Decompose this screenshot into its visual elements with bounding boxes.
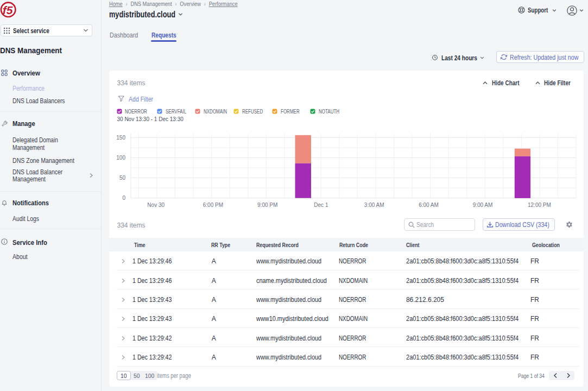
svg-text:Nov 30: Nov 30 [147, 202, 165, 208]
svg-text:f5: f5 [3, 4, 13, 16]
svg-text:12:00 PM: 12:00 PM [528, 202, 551, 208]
svg-text:Dec 1: Dec 1 [314, 202, 328, 208]
svg-text:9:00 PM: 9:00 PM [257, 202, 277, 208]
svg-text:6:00 PM: 6:00 PM [203, 202, 223, 208]
svg-text:100: 100 [116, 155, 125, 161]
svg-text:0: 0 [122, 195, 125, 201]
svg-text:150: 150 [116, 135, 125, 141]
svg-text:9:00 AM: 9:00 AM [473, 202, 493, 208]
svg-text:6:00 AM: 6:00 AM [419, 202, 439, 208]
svg-text:50: 50 [119, 175, 126, 181]
svg-text:3:00 AM: 3:00 AM [364, 202, 384, 208]
